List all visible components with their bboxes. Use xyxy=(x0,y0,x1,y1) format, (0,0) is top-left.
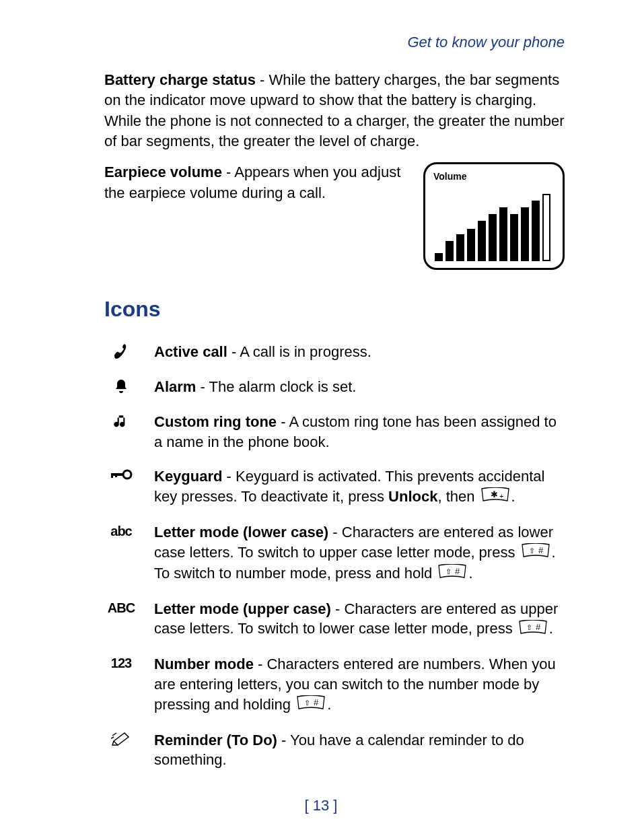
svg-text:⇧: ⇧ xyxy=(529,547,535,555)
icon-row-number-mode: 123 Number mode - Characters entered are… xyxy=(104,654,565,715)
icon-row-letter-lower: abc Letter mode (lower case) - Character… xyxy=(104,522,565,584)
svg-text:⇧: ⇧ xyxy=(526,623,532,631)
abc-upper-icon: ABC xyxy=(104,599,138,616)
hash-key-icon: ⇧# xyxy=(296,695,326,715)
hash-key-icon: ⇧# xyxy=(521,543,550,563)
earpiece-row: Earpiece volume - Appears when you adjus… xyxy=(104,162,565,270)
earpiece-title: Earpiece volume xyxy=(104,164,222,180)
svg-text:#: # xyxy=(455,566,460,576)
section-title-icons: Icons xyxy=(104,297,565,322)
hash-key-icon: ⇧# xyxy=(518,620,548,640)
handset-icon xyxy=(104,342,138,361)
svg-text:✱: ✱ xyxy=(491,489,498,499)
volume-indicator: Volume xyxy=(423,162,565,270)
abc-lower-icon: abc xyxy=(104,522,138,539)
icon-row-reminder: Reminder (To Do) - You have a calendar r… xyxy=(104,730,565,770)
battery-title: Battery charge status xyxy=(104,71,256,88)
volume-bars xyxy=(433,187,555,261)
icon-row-letter-upper: ABC Letter mode (upper case) - Character… xyxy=(104,599,565,640)
pencil-icon xyxy=(104,730,138,746)
battery-status-para: Battery charge status - While the batter… xyxy=(104,70,565,151)
breadcrumb-link: Get to know your phone xyxy=(104,34,565,51)
star-key-icon: ✱+ xyxy=(480,487,510,508)
svg-text:⇧: ⇧ xyxy=(304,699,310,707)
svg-text:#: # xyxy=(538,545,544,555)
svg-line-14 xyxy=(114,741,118,745)
key-icon xyxy=(104,466,138,481)
icon-row-custom-ring: Custom ring tone - A custom ring tone ha… xyxy=(104,412,565,452)
svg-text:⇧: ⇧ xyxy=(445,567,452,575)
icon-row-keyguard: Keyguard - Keyguard is activated. This p… xyxy=(104,466,565,508)
music-note-icon xyxy=(104,412,138,431)
svg-text:+: + xyxy=(499,492,503,500)
svg-text:#: # xyxy=(536,622,541,632)
svg-rect-2 xyxy=(111,473,113,478)
volume-label: Volume xyxy=(433,171,555,182)
svg-line-16 xyxy=(111,737,114,738)
svg-rect-3 xyxy=(115,473,117,477)
icon-row-active-call: Active call - A call is in progress. xyxy=(104,342,565,362)
earpiece-para: Earpiece volume - Appears when you adjus… xyxy=(104,162,410,203)
icon-row-alarm: Alarm - The alarm clock is set. xyxy=(104,377,565,397)
svg-point-0 xyxy=(123,470,131,479)
svg-text:#: # xyxy=(314,697,319,707)
hash-key-icon: ⇧# xyxy=(437,564,467,584)
123-icon: 123 xyxy=(104,654,138,671)
icon-list: Active call - A call is in progress. Ala… xyxy=(104,342,565,770)
svg-line-15 xyxy=(112,733,116,736)
page-number: [ 13 ] xyxy=(0,797,642,814)
bell-icon xyxy=(104,377,138,394)
